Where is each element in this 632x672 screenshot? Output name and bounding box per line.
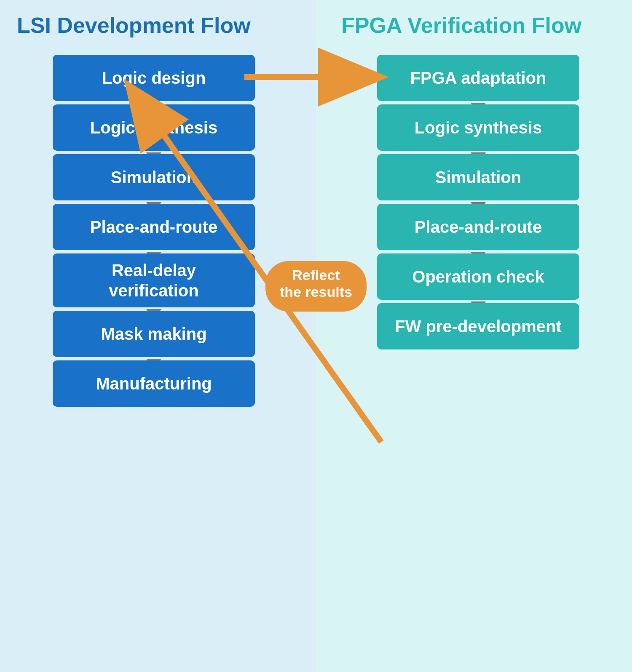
left-panel: LSI Development Flow Logic design Logic …	[0, 0, 316, 672]
lsi-step-simulation: Simulation	[53, 154, 255, 200]
fpga-flow-column: FPGA adaptation Logic synthesis Simulati…	[341, 55, 615, 349]
lsi-flow-column: Logic design Logic synthesis Simulation …	[17, 55, 291, 407]
lsi-step-place-and-route: Place-and-route	[53, 204, 255, 250]
lsi-step-manufacturing: Manufacturing	[53, 360, 255, 407]
right-panel: FPGA Verification Flow FPGA adaptation L…	[316, 0, 632, 672]
lsi-step-logic-synthesis: Logic synthesis	[53, 104, 255, 151]
fpga-step-logic-synthesis: Logic synthesis	[377, 104, 579, 151]
fpga-step-simulation: Simulation	[377, 154, 579, 200]
right-panel-title: FPGA Verification Flow	[341, 13, 581, 38]
fpga-step-adaptation: FPGA adaptation	[377, 55, 579, 101]
fpga-step-fw-pre-development: FW pre-development	[377, 303, 579, 349]
lsi-step-logic-design: Logic design	[53, 55, 255, 101]
fpga-step-place-and-route: Place-and-route	[377, 204, 579, 250]
left-panel-title: LSI Development Flow	[17, 13, 251, 38]
lsi-step-mask-making: Mask making	[53, 311, 255, 357]
fpga-step-operation-check: Operation check	[377, 253, 579, 300]
lsi-step-real-delay: Real-delayverification	[53, 253, 255, 307]
main-container: LSI Development Flow Logic design Logic …	[0, 0, 632, 672]
